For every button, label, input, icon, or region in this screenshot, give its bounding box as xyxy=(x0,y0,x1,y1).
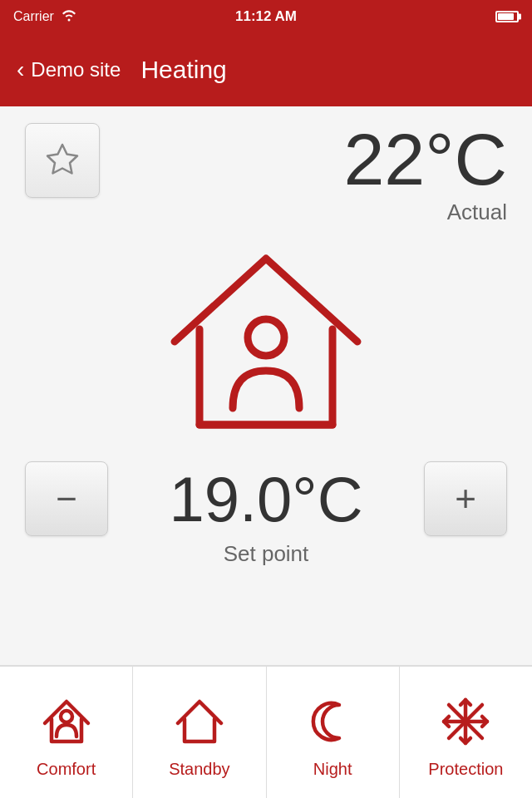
top-row: 22°C Actual xyxy=(25,123,507,225)
svg-point-3 xyxy=(61,711,72,722)
actual-temperature-display: 22°C Actual xyxy=(343,123,507,225)
tab-protection[interactable]: Protection xyxy=(400,667,532,798)
nav-bar: ‹ Demo site Heating xyxy=(0,33,532,106)
status-bar-time: 11:12 AM xyxy=(235,8,297,25)
tab-night[interactable]: Night xyxy=(267,667,400,798)
actual-temperature-label: Actual xyxy=(447,200,507,225)
back-button[interactable]: ‹ Demo site xyxy=(17,58,121,81)
page-title: Heating xyxy=(140,56,226,84)
night-icon xyxy=(304,693,361,753)
house-person-icon xyxy=(158,242,374,441)
protection-icon xyxy=(437,693,494,753)
svg-point-1 xyxy=(248,319,284,356)
wifi-icon xyxy=(61,8,77,25)
actual-temperature-value: 22°C xyxy=(343,123,507,196)
setpoint-label-row: Set point xyxy=(25,541,507,567)
status-bar-right xyxy=(495,11,519,22)
battery-icon xyxy=(495,11,519,22)
svg-marker-0 xyxy=(47,145,77,174)
house-icon-area xyxy=(25,242,507,441)
setpoint-label: Set point xyxy=(224,541,309,567)
status-bar: Carrier 11:12 AM xyxy=(0,0,532,33)
main-content: 22°C Actual − 19.0°C + Set point xyxy=(0,106,532,665)
decrease-button[interactable]: − xyxy=(25,461,108,536)
comfort-icon xyxy=(38,693,95,753)
status-bar-left: Carrier xyxy=(13,8,77,25)
night-label: Night xyxy=(313,760,352,779)
tab-standby[interactable]: Standby xyxy=(133,667,266,798)
star-icon xyxy=(44,140,81,180)
standby-icon xyxy=(171,693,228,753)
back-chevron-icon: ‹ xyxy=(17,58,24,81)
standby-label: Standby xyxy=(169,760,229,779)
tab-comfort[interactable]: Comfort xyxy=(0,667,133,798)
carrier-label: Carrier xyxy=(13,9,54,24)
tab-bar: Comfort Standby Night xyxy=(0,666,532,798)
favorite-button[interactable] xyxy=(25,123,100,198)
site-title: Demo site xyxy=(31,58,121,81)
increase-button[interactable]: + xyxy=(424,461,507,536)
setpoint-value: 19.0°C xyxy=(169,463,362,535)
increase-icon: + xyxy=(455,478,476,520)
setpoint-row: − 19.0°C + xyxy=(25,461,507,536)
comfort-label: Comfort xyxy=(37,760,96,779)
decrease-icon: − xyxy=(56,478,77,520)
protection-label: Protection xyxy=(428,760,503,779)
